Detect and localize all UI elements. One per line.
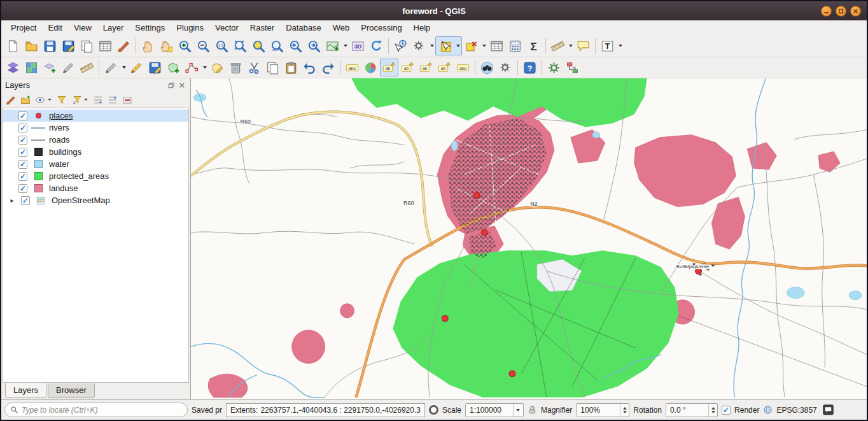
zoom-to-selection-button[interactable]	[249, 37, 268, 55]
measure-dropdown[interactable]	[567, 37, 574, 55]
layer-row-landuse[interactable]: ✓ landuse	[3, 182, 188, 194]
modify-attributes-button[interactable]	[208, 59, 227, 76]
layer-checkbox[interactable]: ✓	[18, 160, 27, 169]
map-canvas[interactable]: R60 R60 N2 Buffeljagsrivier	[191, 78, 867, 399]
layer-row-protected-areas[interactable]: ✓ protected_areas	[3, 170, 188, 182]
add-vector-layer-button[interactable]	[4, 59, 22, 76]
undo-button[interactable]	[300, 59, 319, 76]
menu-item-web[interactable]: Web	[327, 22, 356, 34]
manage-map-themes-button[interactable]	[33, 93, 46, 106]
lock-scale-icon[interactable]	[528, 405, 537, 415]
menu-item-layer[interactable]: Layer	[97, 22, 130, 34]
filter-legend-button[interactable]	[55, 93, 68, 106]
render-checkbox[interactable]: ✓	[722, 406, 731, 415]
scale-combo[interactable]: 1:100000	[465, 403, 524, 417]
select-features-button[interactable]	[436, 37, 454, 55]
save-project-button[interactable]	[41, 37, 59, 55]
save-project-as-button[interactable]	[59, 37, 78, 55]
close-button[interactable]	[850, 6, 861, 17]
current-edits-dropdown[interactable]	[120, 59, 127, 76]
message-log-icon[interactable]	[822, 404, 834, 416]
identify-features-button[interactable]	[391, 37, 410, 55]
zoom-native-button[interactable]	[213, 37, 231, 55]
layer-row-openstreetmap[interactable]: ▸ ✓ OpenStreetMap	[3, 194, 188, 206]
deselect-features-dropdown[interactable]	[480, 37, 487, 55]
zoom-full-button[interactable]	[231, 37, 249, 55]
osm-place-search-button[interactable]	[478, 59, 496, 76]
layer-row-places[interactable]: ✓ places	[3, 110, 188, 122]
expander-icon[interactable]: ▸	[7, 197, 17, 204]
refresh-button[interactable]	[367, 37, 386, 55]
minimize-button[interactable]	[821, 6, 832, 17]
add-feature-button[interactable]	[164, 59, 183, 76]
layer-checkbox[interactable]: ✓	[18, 136, 27, 145]
map-themes-dropdown[interactable]	[48, 99, 53, 101]
layer-row-buildings[interactable]: ✓ buildings	[3, 146, 188, 158]
map-tips-button[interactable]	[574, 37, 592, 55]
add-raster-layer-button[interactable]	[22, 59, 41, 76]
show-layout-manager-button[interactable]	[96, 37, 115, 55]
menu-item-processing[interactable]: Processing	[355, 22, 407, 34]
tab-layers[interactable]: Layers	[5, 383, 46, 398]
layer-labeling-button[interactable]	[343, 59, 361, 76]
zoom-next-button[interactable]	[305, 37, 323, 55]
filter-legend-expression-button[interactable]	[69, 93, 83, 106]
layer-checkbox[interactable]: ✓	[18, 184, 27, 193]
locate-input[interactable]	[22, 406, 182, 415]
redo-button[interactable]	[319, 59, 337, 76]
maximize-button[interactable]	[836, 6, 846, 17]
vertex-tool-button[interactable]	[183, 59, 201, 76]
rotate-label-button[interactable]	[435, 59, 454, 76]
new-3d-map-view-button[interactable]	[349, 37, 367, 55]
filter-expression-dropdown[interactable]	[84, 99, 90, 101]
extent-marker-icon[interactable]	[429, 405, 438, 415]
tab-browser[interactable]: Browser	[48, 383, 95, 398]
python-console-button[interactable]	[496, 59, 515, 76]
cut-features-button[interactable]	[245, 59, 263, 76]
statistical-summary-button[interactable]	[524, 37, 543, 55]
layer-checkbox[interactable]: ✓	[21, 196, 30, 205]
menu-item-settings[interactable]: Settings	[129, 22, 171, 34]
menu-item-edit[interactable]: Edit	[42, 22, 67, 34]
layer-checkbox[interactable]: ✓	[18, 111, 27, 120]
menu-item-vector[interactable]: Vector	[209, 22, 244, 34]
expand-all-button[interactable]	[91, 93, 104, 106]
new-map-view-button[interactable]	[323, 37, 342, 55]
collapse-all-button[interactable]	[106, 93, 119, 106]
zoom-out-button[interactable]	[194, 37, 213, 55]
layer-row-roads[interactable]: ✓ roads	[3, 134, 188, 146]
menu-item-help[interactable]: Help	[408, 22, 437, 34]
open-project-button[interactable]	[22, 37, 41, 55]
pan-to-selection-button[interactable]	[157, 37, 176, 55]
measure-button[interactable]	[549, 37, 567, 55]
graphical-modeler-button[interactable]	[563, 59, 582, 76]
close-panel-button[interactable]	[177, 80, 186, 90]
new-shapefile-layer-button[interactable]	[59, 59, 78, 76]
open-attribute-table-button[interactable]	[487, 37, 506, 55]
processing-toolbox-button[interactable]	[545, 59, 563, 76]
new-virtual-layer-button[interactable]	[78, 59, 96, 76]
remove-layer-button[interactable]	[120, 93, 134, 106]
layer-row-water[interactable]: ✓ water	[3, 158, 188, 170]
help-button[interactable]	[521, 59, 539, 76]
delete-selected-button[interactable]	[227, 59, 245, 76]
new-project-button[interactable]	[4, 37, 22, 55]
text-annotation-dropdown[interactable]	[617, 37, 624, 55]
menu-item-plugins[interactable]: Plugins	[171, 22, 209, 34]
float-panel-button[interactable]	[166, 80, 176, 90]
open-layer-styling-button[interactable]	[4, 93, 17, 106]
magnifier-spinbox[interactable]: 100%	[576, 403, 629, 417]
menu-item-project[interactable]: Project	[5, 22, 42, 34]
copy-features-button[interactable]	[263, 59, 282, 76]
new-print-layout-button[interactable]	[78, 37, 96, 55]
new-geopackage-layer-button[interactable]	[41, 59, 59, 76]
field-calculator-button[interactable]	[506, 37, 524, 55]
menu-item-view[interactable]: View	[68, 22, 97, 34]
rotation-steppers[interactable]	[708, 404, 717, 417]
zoom-in-button[interactable]	[176, 37, 194, 55]
layer-diagram-button[interactable]	[361, 59, 380, 76]
layer-checkbox[interactable]: ✓	[18, 124, 27, 132]
pin-labels-button[interactable]	[380, 59, 398, 76]
vertex-tool-dropdown[interactable]	[201, 59, 208, 76]
move-label-button[interactable]	[417, 59, 435, 76]
